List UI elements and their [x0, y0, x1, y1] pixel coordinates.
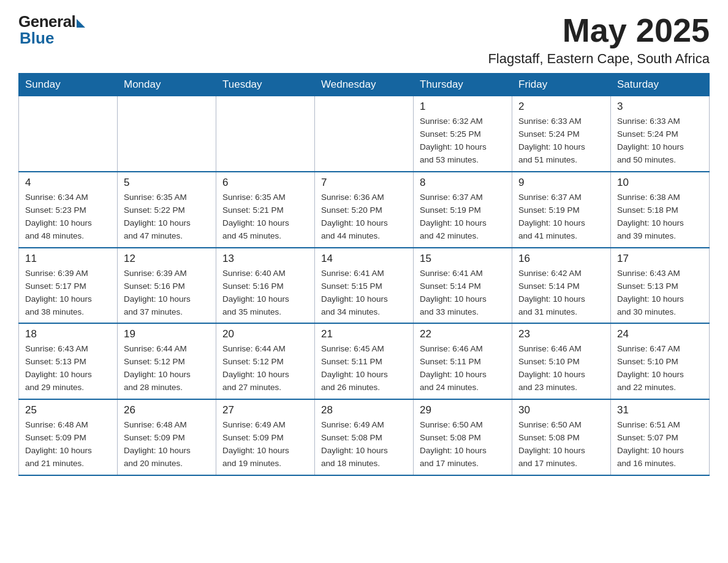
day-number: 22: [420, 328, 506, 340]
day-info: Sunrise: 6:43 AM Sunset: 5:13 PM Dayligh…: [617, 267, 703, 319]
calendar-day-cell: 29Sunrise: 6:50 AM Sunset: 5:08 PM Dayli…: [414, 399, 512, 475]
logo-arrow-icon: [77, 19, 85, 28]
calendar-day-cell: 7Sunrise: 6:36 AM Sunset: 5:20 PM Daylig…: [315, 172, 414, 248]
day-info: Sunrise: 6:45 AM Sunset: 5:11 PM Dayligh…: [321, 343, 407, 394]
logo-blue-text: Blue: [20, 29, 54, 48]
calendar-day-cell: 5Sunrise: 6:35 AM Sunset: 5:22 PM Daylig…: [118, 172, 216, 248]
calendar-day-cell: 1Sunrise: 6:32 AM Sunset: 5:25 PM Daylig…: [414, 96, 512, 172]
calendar-day-cell: [118, 96, 216, 172]
calendar-day-cell: 3Sunrise: 6:33 AM Sunset: 5:24 PM Daylig…: [611, 96, 710, 172]
calendar-day-cell: 11Sunrise: 6:39 AM Sunset: 5:17 PM Dayli…: [19, 248, 118, 324]
day-number: 10: [617, 177, 703, 189]
day-info: Sunrise: 6:41 AM Sunset: 5:14 PM Dayligh…: [420, 267, 506, 319]
day-info: Sunrise: 6:37 AM Sunset: 5:19 PM Dayligh…: [420, 191, 506, 243]
logo: General Blue: [18, 12, 85, 48]
day-number: 13: [222, 253, 308, 265]
calendar-day-cell: 6Sunrise: 6:35 AM Sunset: 5:21 PM Daylig…: [216, 172, 315, 248]
day-number: 23: [518, 328, 604, 340]
day-number: 12: [124, 253, 210, 265]
calendar-day-cell: 21Sunrise: 6:45 AM Sunset: 5:11 PM Dayli…: [315, 323, 414, 399]
day-of-week-header: Wednesday: [315, 74, 414, 96]
day-number: 20: [222, 328, 308, 340]
day-number: 18: [25, 328, 111, 340]
day-info: Sunrise: 6:48 AM Sunset: 5:09 PM Dayligh…: [25, 419, 111, 470]
calendar-day-cell: 23Sunrise: 6:46 AM Sunset: 5:10 PM Dayli…: [512, 323, 611, 399]
calendar-day-cell: [315, 96, 414, 172]
calendar-day-cell: 2Sunrise: 6:33 AM Sunset: 5:24 PM Daylig…: [512, 96, 611, 172]
calendar-day-cell: 28Sunrise: 6:49 AM Sunset: 5:08 PM Dayli…: [315, 399, 414, 475]
day-info: Sunrise: 6:40 AM Sunset: 5:16 PM Dayligh…: [222, 267, 308, 319]
day-number: 28: [321, 404, 407, 416]
day-number: 17: [617, 253, 703, 265]
calendar-week-row: 18Sunrise: 6:43 AM Sunset: 5:13 PM Dayli…: [19, 323, 710, 399]
location-title: Flagstaff, Eastern Cape, South Africa: [488, 51, 710, 67]
calendar-day-cell: 24Sunrise: 6:47 AM Sunset: 5:10 PM Dayli…: [611, 323, 710, 399]
day-of-week-header: Saturday: [611, 74, 710, 96]
calendar-day-cell: 10Sunrise: 6:38 AM Sunset: 5:18 PM Dayli…: [611, 172, 710, 248]
day-number: 31: [617, 404, 703, 416]
day-number: 21: [321, 328, 407, 340]
day-number: 9: [518, 177, 604, 189]
day-info: Sunrise: 6:33 AM Sunset: 5:24 PM Dayligh…: [617, 115, 703, 167]
calendar-day-cell: 13Sunrise: 6:40 AM Sunset: 5:16 PM Dayli…: [216, 248, 315, 324]
day-info: Sunrise: 6:43 AM Sunset: 5:13 PM Dayligh…: [25, 343, 111, 394]
day-info: Sunrise: 6:38 AM Sunset: 5:18 PM Dayligh…: [617, 191, 703, 243]
calendar-day-cell: 26Sunrise: 6:48 AM Sunset: 5:09 PM Dayli…: [118, 399, 216, 475]
calendar-day-cell: 25Sunrise: 6:48 AM Sunset: 5:09 PM Dayli…: [19, 399, 118, 475]
day-info: Sunrise: 6:39 AM Sunset: 5:17 PM Dayligh…: [25, 267, 111, 319]
day-info: Sunrise: 6:46 AM Sunset: 5:10 PM Dayligh…: [518, 343, 604, 394]
calendar-day-cell: 27Sunrise: 6:49 AM Sunset: 5:09 PM Dayli…: [216, 399, 315, 475]
day-of-week-header: Tuesday: [216, 74, 315, 96]
day-number: 19: [124, 328, 210, 340]
calendar-day-cell: 12Sunrise: 6:39 AM Sunset: 5:16 PM Dayli…: [118, 248, 216, 324]
calendar-day-cell: 9Sunrise: 6:37 AM Sunset: 5:19 PM Daylig…: [512, 172, 611, 248]
day-number: 6: [222, 177, 308, 189]
day-info: Sunrise: 6:46 AM Sunset: 5:11 PM Dayligh…: [420, 343, 506, 394]
calendar-day-cell: 16Sunrise: 6:42 AM Sunset: 5:14 PM Dayli…: [512, 248, 611, 324]
day-number: 2: [518, 101, 604, 113]
day-number: 1: [420, 101, 506, 113]
day-number: 29: [420, 404, 506, 416]
calendar-day-cell: 4Sunrise: 6:34 AM Sunset: 5:23 PM Daylig…: [19, 172, 118, 248]
calendar-header-row: SundayMondayTuesdayWednesdayThursdayFrid…: [19, 74, 710, 96]
day-of-week-header: Thursday: [414, 74, 512, 96]
calendar-day-cell: 30Sunrise: 6:50 AM Sunset: 5:08 PM Dayli…: [512, 399, 611, 475]
day-number: 5: [124, 177, 210, 189]
calendar-day-cell: 8Sunrise: 6:37 AM Sunset: 5:19 PM Daylig…: [414, 172, 512, 248]
day-number: 3: [617, 101, 703, 113]
day-number: 27: [222, 404, 308, 416]
day-info: Sunrise: 6:39 AM Sunset: 5:16 PM Dayligh…: [124, 267, 210, 319]
calendar-day-cell: [19, 96, 118, 172]
day-number: 14: [321, 253, 407, 265]
day-info: Sunrise: 6:49 AM Sunset: 5:09 PM Dayligh…: [222, 419, 308, 470]
day-info: Sunrise: 6:44 AM Sunset: 5:12 PM Dayligh…: [124, 343, 210, 394]
day-number: 16: [518, 253, 604, 265]
calendar-day-cell: 31Sunrise: 6:51 AM Sunset: 5:07 PM Dayli…: [611, 399, 710, 475]
day-of-week-header: Monday: [118, 74, 216, 96]
calendar-day-cell: 15Sunrise: 6:41 AM Sunset: 5:14 PM Dayli…: [414, 248, 512, 324]
day-info: Sunrise: 6:50 AM Sunset: 5:08 PM Dayligh…: [518, 419, 604, 470]
day-of-week-header: Friday: [512, 74, 611, 96]
calendar-day-cell: 17Sunrise: 6:43 AM Sunset: 5:13 PM Dayli…: [611, 248, 710, 324]
day-info: Sunrise: 6:32 AM Sunset: 5:25 PM Dayligh…: [420, 115, 506, 167]
calendar-week-row: 25Sunrise: 6:48 AM Sunset: 5:09 PM Dayli…: [19, 399, 710, 475]
title-area: May 2025 Flagstaff, Eastern Cape, South …: [488, 12, 710, 67]
calendar-week-row: 11Sunrise: 6:39 AM Sunset: 5:17 PM Dayli…: [19, 248, 710, 324]
day-info: Sunrise: 6:41 AM Sunset: 5:15 PM Dayligh…: [321, 267, 407, 319]
calendar-day-cell: 19Sunrise: 6:44 AM Sunset: 5:12 PM Dayli…: [118, 323, 216, 399]
calendar-day-cell: 18Sunrise: 6:43 AM Sunset: 5:13 PM Dayli…: [19, 323, 118, 399]
day-info: Sunrise: 6:35 AM Sunset: 5:21 PM Dayligh…: [222, 191, 308, 243]
month-title: May 2025: [488, 12, 710, 48]
day-info: Sunrise: 6:49 AM Sunset: 5:08 PM Dayligh…: [321, 419, 407, 470]
day-number: 4: [25, 177, 111, 189]
day-info: Sunrise: 6:34 AM Sunset: 5:23 PM Dayligh…: [25, 191, 111, 243]
day-number: 7: [321, 177, 407, 189]
page-header: General Blue May 2025 Flagstaff, Eastern…: [18, 12, 710, 67]
calendar-table: SundayMondayTuesdayWednesdayThursdayFrid…: [18, 73, 710, 475]
day-number: 15: [420, 253, 506, 265]
day-info: Sunrise: 6:37 AM Sunset: 5:19 PM Dayligh…: [518, 191, 604, 243]
day-info: Sunrise: 6:36 AM Sunset: 5:20 PM Dayligh…: [321, 191, 407, 243]
calendar-day-cell: [216, 96, 315, 172]
day-number: 8: [420, 177, 506, 189]
calendar-week-row: 4Sunrise: 6:34 AM Sunset: 5:23 PM Daylig…: [19, 172, 710, 248]
